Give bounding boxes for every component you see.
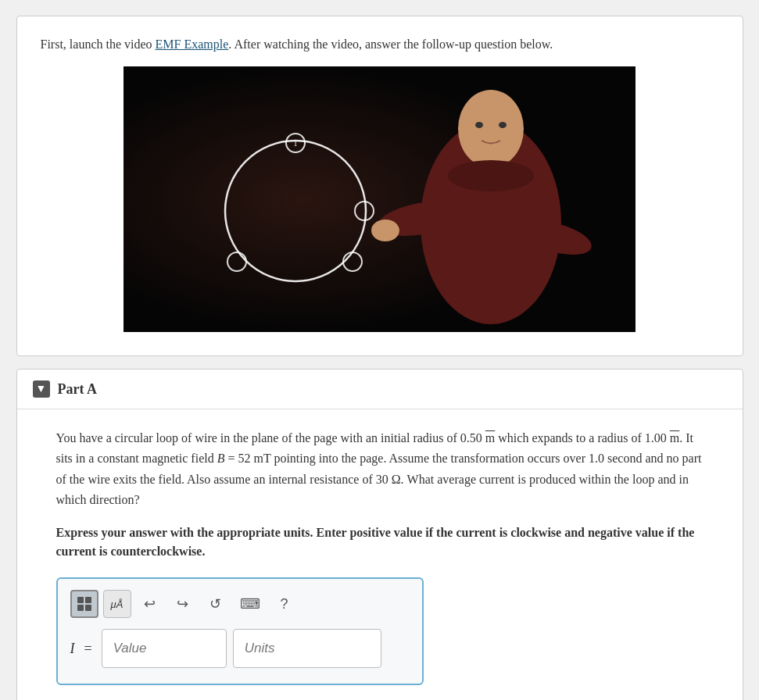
video-player[interactable]: 1: [124, 66, 635, 332]
keyboard-button[interactable]: ⌨: [235, 590, 266, 618]
matrix-button[interactable]: [70, 590, 98, 618]
value-input[interactable]: [102, 629, 227, 668]
part-a-title: Part A: [58, 381, 97, 398]
emf-example-link[interactable]: EMF Example: [156, 38, 229, 51]
part-a-content: You have a circular loop of wire in the …: [17, 409, 743, 700]
svg-point-10: [499, 122, 507, 128]
redo-button[interactable]: ↪: [169, 590, 197, 618]
units-input[interactable]: [233, 629, 381, 668]
equals-sign: =: [84, 641, 92, 657]
svg-rect-20: [85, 605, 91, 611]
equation-label: I: [70, 641, 75, 657]
units-button[interactable]: μÅ: [103, 590, 131, 618]
svg-point-7: [371, 220, 399, 241]
part-a-section: ▼ Part A You have a circular loop of wir…: [16, 369, 743, 700]
svg-text:1: 1: [293, 138, 298, 148]
problem-text: You have a circular loop of wire in the …: [56, 428, 704, 511]
reset-button[interactable]: ↺: [202, 590, 230, 618]
help-button[interactable]: ?: [270, 590, 299, 618]
video-section: First, launch the video EMF Example. Aft…: [16, 16, 743, 356]
emphasis-text: Express your answer with the appropriate…: [56, 523, 704, 562]
intro-text-before-link: First, launch the video: [41, 38, 156, 51]
video-wrapper: 1: [41, 66, 719, 332]
answer-box: μÅ ↩ ↪ ↺ ⌨ ?: [56, 577, 424, 685]
intro-text: First, launch the video EMF Example. Aft…: [41, 35, 719, 54]
svg-point-3: [458, 90, 524, 168]
answer-toolbar: μÅ ↩ ↪ ↺ ⌨ ?: [70, 590, 410, 618]
part-a-header: ▼ Part A: [17, 370, 743, 409]
svg-rect-18: [85, 597, 91, 603]
collapse-button[interactable]: ▼: [33, 380, 50, 398]
input-row: I =: [70, 629, 410, 668]
svg-rect-17: [77, 597, 84, 603]
video-content: 1: [124, 66, 635, 332]
svg-point-5: [448, 160, 534, 191]
svg-point-9: [475, 122, 483, 128]
undo-button[interactable]: ↩: [136, 590, 164, 618]
intro-text-after-link: . After watching the video, answer the f…: [228, 38, 553, 51]
units-btn-label: μÅ: [111, 598, 124, 610]
svg-rect-19: [77, 605, 84, 611]
main-container: First, launch the video EMF Example. Aft…: [16, 16, 743, 700]
